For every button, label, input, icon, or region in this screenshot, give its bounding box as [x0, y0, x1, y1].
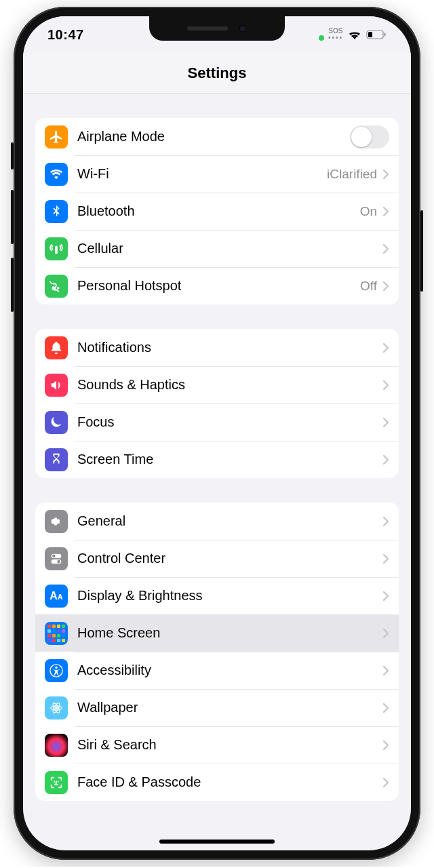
chevron-right-icon	[382, 206, 389, 217]
settings-row-general[interactable]: General	[35, 502, 399, 540]
home-indicator[interactable]	[159, 840, 275, 844]
chevron-right-icon	[382, 417, 389, 428]
settings-row-wifi[interactable]: Wi-FiiClarified	[35, 155, 399, 193]
row-label: Home Screen	[77, 625, 382, 641]
row-detail: Off	[360, 279, 377, 294]
settings-row-focus[interactable]: Focus	[35, 403, 399, 441]
row-label: Airplane Mode	[77, 129, 350, 144]
chevron-right-icon	[382, 777, 389, 788]
row-detail: On	[360, 204, 377, 219]
bluetooth-icon	[45, 200, 68, 223]
row-label: Cellular	[77, 241, 382, 256]
accessibility-icon	[45, 659, 68, 682]
row-label: Wi-Fi	[77, 166, 327, 182]
settings-list[interactable]: Airplane ModeWi-FiiClarifiedBluetoothOnC…	[23, 94, 411, 850]
wifi-icon	[45, 163, 68, 186]
battery-status-icon	[366, 30, 387, 39]
row-label: Siri & Search	[77, 737, 382, 753]
settings-row-cellular[interactable]: Cellular	[35, 230, 399, 267]
settings-group: GeneralControl CenterAADisplay & Brightn…	[35, 502, 399, 801]
row-label: Bluetooth	[77, 203, 360, 219]
settings-row-bluetooth[interactable]: BluetoothOn	[35, 193, 399, 230]
hotspot-icon	[45, 275, 68, 298]
row-label: Face ID & Passcode	[77, 774, 382, 790]
chevron-right-icon	[382, 281, 389, 292]
siri-icon	[45, 734, 68, 757]
settings-row-screentime[interactable]: Screen Time	[35, 441, 399, 478]
settings-row-accessibility[interactable]: Accessibility	[35, 652, 399, 689]
row-label: Wallpaper	[77, 700, 382, 715]
chevron-right-icon	[382, 342, 389, 353]
settings-group: NotificationsSounds & HapticsFocusScreen…	[35, 329, 399, 478]
svg-point-4	[52, 554, 56, 557]
moon-icon	[45, 411, 68, 434]
chevron-right-icon	[382, 628, 389, 639]
row-label: Focus	[77, 414, 382, 430]
row-label: Display & Brightness	[77, 588, 382, 604]
settings-row-airplane[interactable]: Airplane Mode	[35, 118, 399, 155]
row-label: Sounds & Haptics	[77, 377, 382, 393]
settings-row-display[interactable]: AADisplay & Brightness	[35, 577, 399, 614]
chevron-right-icon	[382, 553, 389, 564]
chevron-right-icon	[382, 454, 389, 465]
volume-down-button	[11, 258, 14, 312]
settings-row-sounds[interactable]: Sounds & Haptics	[35, 366, 399, 403]
chevron-right-icon	[382, 380, 389, 391]
settings-row-hotspot[interactable]: Personal HotspotOff	[35, 267, 399, 304]
svg-point-9	[55, 706, 58, 709]
grid-icon	[45, 622, 68, 645]
chevron-right-icon	[382, 740, 389, 751]
screen: 10:47 SOS•••• Settings Airplane ModeWi-F…	[23, 16, 411, 850]
chevron-right-icon	[382, 665, 389, 676]
speaker-icon	[45, 374, 68, 397]
row-label: Control Center	[77, 551, 382, 566]
row-label: General	[77, 513, 382, 529]
navbar: Settings	[23, 53, 411, 94]
toggles-icon	[45, 547, 68, 570]
chevron-right-icon	[382, 591, 389, 601]
page-title: Settings	[188, 64, 247, 82]
wifi-status-icon	[347, 29, 362, 40]
chevron-right-icon	[382, 516, 389, 527]
row-label: Screen Time	[77, 452, 382, 467]
svg-rect-2	[384, 33, 386, 37]
settings-row-wallpaper[interactable]: Wallpaper	[35, 689, 399, 726]
settings-row-homescreen[interactable]: Home Screen	[35, 614, 399, 652]
toggle-switch[interactable]	[350, 125, 389, 149]
row-label: Personal Hotspot	[77, 278, 360, 294]
volume-up-button	[11, 190, 14, 244]
mute-switch	[11, 142, 14, 170]
device-frame: 10:47 SOS•••• Settings Airplane ModeWi-F…	[14, 7, 420, 860]
power-button	[420, 210, 423, 292]
settings-row-controlcenter[interactable]: Control Center	[35, 540, 399, 577]
camera-indicator-dot	[319, 35, 324, 41]
cellular-icon	[45, 237, 68, 260]
settings-row-notifications[interactable]: Notifications	[35, 329, 399, 366]
status-time: 10:47	[47, 27, 84, 43]
chevron-right-icon	[382, 243, 389, 254]
chevron-right-icon	[382, 169, 389, 180]
settings-row-faceid[interactable]: Face ID & Passcode	[35, 764, 399, 801]
row-label: Notifications	[77, 340, 382, 355]
bell-icon	[45, 336, 68, 359]
notch	[149, 16, 285, 41]
hourglass-icon	[45, 448, 68, 471]
sos-indicator: SOS••••	[328, 28, 343, 41]
svg-point-8	[55, 666, 57, 668]
gear-icon	[45, 510, 68, 533]
airplane-icon	[45, 125, 68, 149]
settings-row-siri[interactable]: Siri & Search	[35, 726, 399, 764]
aa-icon: AA	[45, 585, 68, 608]
svg-rect-1	[368, 32, 372, 37]
row-detail: iClarified	[327, 167, 377, 182]
svg-point-6	[57, 559, 60, 563]
chevron-right-icon	[382, 703, 389, 713]
flower-icon	[45, 696, 68, 719]
settings-group: Airplane ModeWi-FiiClarifiedBluetoothOnC…	[35, 118, 399, 304]
row-label: Accessibility	[77, 663, 382, 678]
faceid-icon	[45, 771, 68, 794]
